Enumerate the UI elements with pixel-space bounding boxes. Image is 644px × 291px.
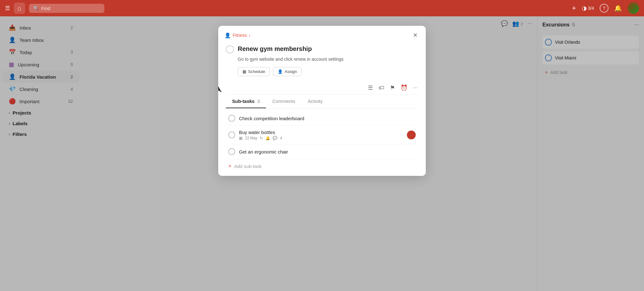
subtasks-list: Check competition leaderboard Buy water …: [226, 109, 418, 176]
progress-text: 3/4: [588, 6, 594, 11]
progress-indicator[interactable]: ◑ 3/4: [582, 5, 594, 12]
subtask-calendar-icon: ▦: [239, 136, 242, 140]
breadcrumb-chevron: ›: [249, 33, 250, 38]
modal-overlay: 👤 Fitness › ✕ Renew gym membership Go to…: [0, 16, 644, 291]
subtask-content-1: Check competition leaderboard: [239, 116, 416, 121]
modal-breadcrumb[interactable]: 👤 Fitness ›: [225, 32, 250, 38]
subtask-title-1: Check competition leaderboard: [239, 116, 416, 121]
subtask-title-3: Get an ergonomic chair: [239, 149, 416, 154]
activity-tab-label: Activity: [308, 98, 323, 104]
user-avatar[interactable]: [628, 3, 639, 14]
subtask-circle-3[interactable]: [228, 148, 235, 155]
tab-activity[interactable]: Activity: [302, 95, 329, 108]
subtask-item-3[interactable]: Get an ergonomic chair: [226, 144, 418, 159]
subtask-title-2: Buy water bottles: [239, 130, 403, 135]
subtask-avatar-2: [407, 131, 416, 139]
breadcrumb-label: Fitness: [233, 33, 247, 38]
schedule-icon: ▦: [242, 69, 246, 74]
flag-icon[interactable]: ⚑: [390, 84, 395, 91]
subtasks-tab-label: Sub-tasks: [232, 98, 255, 104]
clock-icon[interactable]: ⏰: [401, 84, 408, 91]
subtask-item-1[interactable]: Check competition leaderboard: [226, 111, 418, 126]
assign-button[interactable]: 👤 Assign: [273, 67, 302, 76]
subtask-date: 22 May: [245, 136, 257, 140]
home-icon[interactable]: ⌂: [14, 3, 25, 14]
bell-icon[interactable]: 🔔: [614, 4, 622, 12]
assign-label: Assign: [285, 69, 297, 74]
list-icon[interactable]: ☰: [368, 84, 373, 91]
tab-comments[interactable]: Comments: [266, 95, 302, 108]
add-subtask-button[interactable]: + Add sub-task: [226, 159, 418, 173]
help-icon[interactable]: ?: [600, 4, 608, 13]
task-action-buttons: ▦ Schedule 👤 Assign: [238, 67, 418, 76]
subtask-circle-1[interactable]: [228, 115, 235, 122]
topbar: ☰ ⌂ 🔍 Find + ◑ 3/4 ? 🔔: [0, 0, 644, 16]
modal-tabs: Sub-tasks 3 Comments Activity: [226, 95, 418, 109]
tab-subtasks[interactable]: Sub-tasks 3: [226, 95, 266, 108]
breadcrumb-icon: 👤: [225, 32, 231, 38]
subtask-content-3: Get an ergonomic chair: [239, 149, 416, 154]
search-bar[interactable]: 🔍 Find: [29, 4, 104, 13]
subtask-reminder-icon: 🔔: [265, 136, 270, 140]
subtasks-count: 3: [257, 98, 260, 104]
topbar-right: + ◑ 3/4 ? 🔔: [572, 3, 639, 14]
subtask-comment-icon: 💬: [273, 136, 277, 140]
task-complete-circle[interactable]: [226, 45, 234, 53]
task-description: Go to gym website and click renew in acc…: [238, 56, 418, 63]
task-title: Renew gym membership: [238, 45, 312, 53]
progress-icon: ◑: [582, 5, 587, 12]
subtask-comment-count: 4: [280, 136, 282, 140]
comments-tab-label: Comments: [272, 98, 295, 104]
subtask-content-2: Buy water bottles ▦ 22 May ↻ 🔔 💬 4: [239, 130, 403, 140]
task-title-row: Renew gym membership: [226, 45, 418, 53]
subtask-item-2[interactable]: Buy water bottles ▦ 22 May ↻ 🔔 💬 4: [226, 126, 418, 144]
tag-icon[interactable]: 🏷: [379, 85, 384, 91]
subtask-repeat-icon: ↻: [260, 136, 263, 140]
modal-close-button[interactable]: ✕: [411, 31, 419, 40]
add-subtask-plus-icon: +: [228, 163, 232, 170]
search-icon: 🔍: [33, 6, 39, 11]
subtask-meta-2: ▦ 22 May ↻ 🔔 💬 4: [239, 136, 403, 140]
task-detail-modal: 👤 Fitness › ✕ Renew gym membership Go to…: [218, 26, 426, 176]
menu-icon[interactable]: ☰: [5, 5, 10, 12]
subtask-circle-2[interactable]: [228, 132, 235, 138]
schedule-label: Schedule: [248, 69, 265, 74]
modal-body: Renew gym membership Go to gym website a…: [218, 42, 426, 176]
add-icon[interactable]: +: [572, 4, 576, 12]
toolbar-more-icon[interactable]: ···: [413, 85, 418, 91]
assign-icon: 👤: [278, 69, 283, 74]
schedule-button[interactable]: ▦ Schedule: [238, 67, 270, 76]
task-toolbar: ☰ 🏷 ⚑ ⏰ ···: [226, 81, 418, 95]
search-text: Find: [41, 6, 50, 11]
modal-header: 👤 Fitness › ✕: [218, 26, 426, 42]
add-subtask-label: Add sub-task: [234, 164, 262, 169]
